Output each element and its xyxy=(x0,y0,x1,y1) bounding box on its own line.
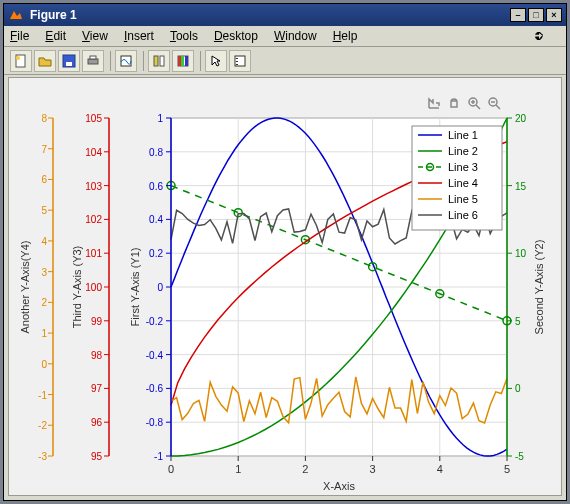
svg-text:-3: -3 xyxy=(38,451,47,462)
menu-bar: File Edit View Insert Tools Desktop Wind… xyxy=(4,26,566,47)
svg-text:98: 98 xyxy=(91,350,103,361)
svg-text:101: 101 xyxy=(85,248,102,259)
new-file-icon[interactable] xyxy=(10,50,32,72)
svg-text:0: 0 xyxy=(515,383,521,394)
svg-text:105: 105 xyxy=(85,113,102,124)
home-icon[interactable] xyxy=(429,99,439,108)
menu-tools[interactable]: Tools xyxy=(170,29,198,43)
svg-text:0: 0 xyxy=(41,359,47,370)
menu-help[interactable]: Help xyxy=(333,29,358,43)
plot-svg: 012345X-Axis-1-0.8-0.6-0.4-0.200.20.40.6… xyxy=(9,78,563,498)
legend-entry: Line 1 xyxy=(448,129,478,141)
window-title: Figure 1 xyxy=(30,8,77,22)
svg-rect-15 xyxy=(236,58,238,59)
svg-text:3: 3 xyxy=(370,463,376,475)
svg-text:15: 15 xyxy=(515,181,527,192)
svg-rect-16 xyxy=(236,61,238,62)
svg-text:2: 2 xyxy=(41,297,47,308)
close-button[interactable]: × xyxy=(546,8,562,22)
svg-text:-0.8: -0.8 xyxy=(146,417,164,428)
axes-canvas: 012345X-Axis-1-0.8-0.6-0.4-0.200.20.40.6… xyxy=(8,77,562,496)
legend-entry: Line 6 xyxy=(448,209,478,221)
svg-text:99: 99 xyxy=(91,316,103,327)
toolbar xyxy=(4,47,566,75)
figure-window: Figure 1 – □ × File Edit View Insert Too… xyxy=(3,3,567,501)
svg-text:0: 0 xyxy=(168,463,174,475)
svg-rect-6 xyxy=(90,56,96,59)
save-icon[interactable] xyxy=(58,50,80,72)
menu-view[interactable]: View xyxy=(82,29,108,43)
svg-text:20: 20 xyxy=(515,113,527,124)
svg-text:97: 97 xyxy=(91,383,103,394)
svg-text:96: 96 xyxy=(91,417,103,428)
y4-axis-label: Another Y-Axis(Y4) xyxy=(19,241,31,334)
svg-text:-0.2: -0.2 xyxy=(146,316,164,327)
menu-desktop[interactable]: Desktop xyxy=(214,29,258,43)
x-axis-label: X-Axis xyxy=(323,480,355,492)
menu-insert[interactable]: Insert xyxy=(124,29,154,43)
svg-rect-17 xyxy=(236,64,238,65)
svg-text:-1: -1 xyxy=(38,390,47,401)
svg-rect-5 xyxy=(88,59,98,64)
svg-text:102: 102 xyxy=(85,214,102,225)
svg-text:-1: -1 xyxy=(154,451,163,462)
data-cursor-icon[interactable] xyxy=(115,50,137,72)
menu-window[interactable]: Window xyxy=(274,29,317,43)
svg-text:95: 95 xyxy=(91,451,103,462)
svg-text:1: 1 xyxy=(157,113,163,124)
cursor-icon[interactable] xyxy=(205,50,227,72)
svg-text:6: 6 xyxy=(41,174,47,185)
legend-entry: Line 3 xyxy=(448,161,478,173)
svg-text:-5: -5 xyxy=(515,451,524,462)
link-icon[interactable] xyxy=(148,50,170,72)
svg-text:0: 0 xyxy=(157,282,163,293)
svg-text:2: 2 xyxy=(302,463,308,475)
svg-text:5: 5 xyxy=(41,205,47,216)
print-icon[interactable] xyxy=(82,50,104,72)
svg-rect-9 xyxy=(160,56,164,66)
svg-text:0.4: 0.4 xyxy=(149,214,163,225)
colorbar-icon[interactable] xyxy=(172,50,194,72)
legend-entry: Line 2 xyxy=(448,145,478,157)
minimize-button[interactable]: – xyxy=(510,8,526,22)
svg-point-2 xyxy=(16,56,20,60)
y1-axis-label: First Y-Axis (Y1) xyxy=(129,248,141,327)
svg-text:100: 100 xyxy=(85,282,102,293)
svg-text:7: 7 xyxy=(41,144,47,155)
legend-entry: Line 5 xyxy=(448,193,478,205)
menu-edit[interactable]: Edit xyxy=(45,29,66,43)
maximize-button[interactable]: □ xyxy=(528,8,544,22)
svg-text:1: 1 xyxy=(235,463,241,475)
insert-legend-icon[interactable] xyxy=(229,50,251,72)
menu-file[interactable]: File xyxy=(10,29,29,43)
app-logo-icon xyxy=(8,7,24,23)
svg-text:103: 103 xyxy=(85,181,102,192)
svg-text:5: 5 xyxy=(515,316,521,327)
svg-text:104: 104 xyxy=(85,147,102,158)
title-bar[interactable]: Figure 1 – □ × xyxy=(4,4,566,26)
svg-text:5: 5 xyxy=(504,463,510,475)
svg-text:-0.6: -0.6 xyxy=(146,383,164,394)
svg-rect-8 xyxy=(154,56,158,66)
zoom-out-icon[interactable] xyxy=(489,98,500,109)
svg-rect-13 xyxy=(185,56,188,66)
y2-axis-label: Second Y-Axis (Y2) xyxy=(533,240,545,335)
legend-entry: Line 4 xyxy=(448,177,478,189)
svg-text:-0.4: -0.4 xyxy=(146,350,164,361)
open-file-icon[interactable] xyxy=(34,50,56,72)
svg-rect-11 xyxy=(178,56,181,66)
svg-text:10: 10 xyxy=(515,248,527,259)
svg-rect-12 xyxy=(181,56,184,66)
svg-text:-2: -2 xyxy=(38,420,47,431)
svg-text:1: 1 xyxy=(41,328,47,339)
svg-rect-4 xyxy=(66,62,72,66)
svg-text:4: 4 xyxy=(437,463,443,475)
zoom-in-icon[interactable] xyxy=(469,98,480,109)
window-buttons: – □ × xyxy=(508,8,562,22)
svg-text:0.2: 0.2 xyxy=(149,248,163,259)
y3-axis-label: Third Y-Axis (Y3) xyxy=(71,246,83,329)
menu-more-icon[interactable]: ⮊ xyxy=(534,31,544,42)
pan-icon[interactable] xyxy=(451,99,457,107)
svg-text:4: 4 xyxy=(41,236,47,247)
svg-text:8: 8 xyxy=(41,113,47,124)
